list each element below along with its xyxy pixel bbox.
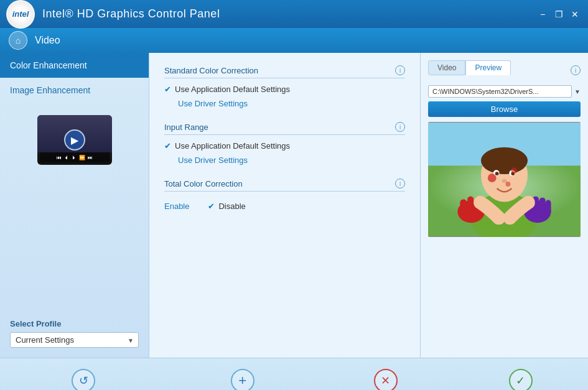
preview-svg — [428, 122, 581, 237]
save-icon: + — [231, 369, 254, 391]
select-profile-label: Select Profile — [10, 319, 139, 328]
standard-color-section: Standard Color Correction i ✔ Use Applic… — [164, 65, 405, 109]
browse-button[interactable]: Browse — [428, 101, 581, 117]
input-driver-settings-row: Use Driver Settings — [164, 154, 405, 166]
tab-preview[interactable]: Preview — [465, 60, 511, 75]
input-range-section: Input Range i ✔ Use Application Default … — [164, 122, 405, 166]
restore-defaults-button[interactable]: ↺ Restore Defaults — [55, 369, 111, 391]
svg-point-10 — [488, 174, 497, 182]
apply-icon: ✓ — [509, 369, 533, 391]
input-app-default-row: ✔ Use Application Default Settings — [164, 141, 405, 151]
total-disable-check-icon: ✔ — [208, 202, 215, 211]
titlebar-left: intel Intel® HD Graphics Control Panel — [6, 0, 220, 29]
content-area: Standard Color Correction i ✔ Use Applic… — [149, 53, 420, 358]
video-player-icon: ▶ ⏮⏴⏵⏩⏭ — [37, 115, 112, 165]
sidebar-item-image-enhancement[interactable]: Image Enhancement — [0, 78, 149, 103]
total-color-title: Total Color Correction — [164, 179, 243, 188]
apply-button[interactable]: ✓ Apply — [509, 369, 533, 391]
cancel-icon: ✕ — [374, 369, 398, 391]
input-check-icon: ✔ — [164, 141, 171, 151]
svg-point-7 — [495, 172, 499, 175]
svg-point-9 — [502, 179, 507, 183]
input-app-default-label[interactable]: Use Application Default Settings — [175, 141, 290, 151]
standard-driver-settings-button[interactable]: Use Driver Settings — [178, 98, 248, 109]
tab-video[interactable]: Video — [428, 60, 465, 75]
svg-rect-14 — [460, 200, 467, 215]
titlebar-controls: − ❐ ✕ — [536, 7, 582, 21]
svg-point-11 — [511, 167, 517, 174]
footer: ↺ Restore Defaults + Save Profile ✕ Canc… — [0, 358, 588, 390]
input-range-title: Input Range — [164, 123, 208, 132]
intel-logo-text: intel — [12, 9, 29, 19]
preview-info-icon[interactable]: i — [571, 65, 581, 75]
profile-select[interactable]: Current Settings — [10, 332, 139, 348]
svg-rect-15 — [467, 197, 474, 213]
input-range-header: Input Range i — [164, 122, 405, 135]
total-color-info-icon[interactable]: i — [395, 179, 405, 188]
total-color-section: Total Color Correction i Enable ✔ Disabl… — [164, 179, 405, 215]
preview-panel: Video Preview i ▼ Browse — [420, 53, 588, 358]
file-path-row: ▼ — [428, 85, 581, 98]
section-title: Video — [35, 35, 60, 46]
file-path-input[interactable] — [428, 85, 572, 98]
close-button[interactable]: ✕ — [568, 7, 582, 21]
video-controls: ⏮⏴⏵⏩⏭ — [40, 152, 110, 162]
sidebar: Color Enhancement Image Enhancement ▶ ⏮⏴… — [0, 53, 149, 358]
play-icon: ▶ — [64, 129, 85, 151]
total-enable-row: Enable — [164, 202, 189, 211]
restore-button[interactable]: ❐ — [552, 7, 566, 21]
restore-icon: ↺ — [72, 369, 95, 391]
preview-tabs: Video Preview — [428, 60, 511, 75]
intel-logo: intel — [6, 0, 35, 29]
select-profile-section: Select Profile Current Settings ▼ — [0, 309, 149, 358]
home-icon: ⌂ — [16, 35, 21, 45]
main-layout: Color Enhancement Image Enhancement ▶ ⏮⏴… — [0, 53, 588, 358]
total-disable-row: ✔ Disable — [208, 202, 245, 211]
svg-rect-21 — [539, 198, 546, 214]
svg-point-12 — [505, 182, 510, 187]
total-enable-label[interactable]: Enable — [164, 202, 189, 211]
profile-select-wrapper: Current Settings ▼ — [10, 332, 139, 348]
input-driver-settings-button[interactable]: Use Driver Settings — [178, 154, 248, 166]
minimize-button[interactable]: − — [536, 7, 549, 21]
video-icon-area: ▶ ⏮⏴⏵⏩⏭ — [0, 103, 149, 177]
total-disable-label[interactable]: Disable — [218, 202, 245, 211]
standard-color-info-icon[interactable]: i — [395, 65, 405, 75]
input-range-info-icon[interactable]: i — [395, 122, 405, 132]
total-color-header: Total Color Correction i — [164, 179, 405, 192]
standard-app-default-row: ✔ Use Application Default Settings — [164, 85, 405, 94]
standard-check-icon: ✔ — [164, 85, 171, 94]
standard-color-header: Standard Color Correction i — [164, 65, 405, 78]
save-profile-button[interactable]: + Save Profile — [222, 369, 263, 391]
dropdown-arrow-icon: ▼ — [574, 88, 581, 95]
sidebar-item-color-enhancement[interactable]: Color Enhancement — [0, 53, 149, 78]
svg-point-4 — [481, 147, 528, 174]
standard-color-title: Standard Color Correction — [164, 66, 258, 75]
cancel-button[interactable]: ✕ Cancel — [374, 369, 398, 391]
standard-driver-settings-row: Use Driver Settings — [164, 98, 405, 109]
titlebar-title: Intel® HD Graphics Control Panel — [42, 7, 220, 21]
svg-rect-22 — [546, 200, 551, 215]
home-button[interactable]: ⌂ — [9, 31, 27, 50]
subheader: ⌂ Video — [0, 28, 588, 53]
preview-tabs-row: Video Preview i — [428, 60, 581, 80]
preview-image — [428, 122, 581, 237]
titlebar: intel Intel® HD Graphics Control Panel −… — [0, 0, 588, 28]
standard-app-default-label[interactable]: Use Application Default Settings — [175, 85, 290, 94]
